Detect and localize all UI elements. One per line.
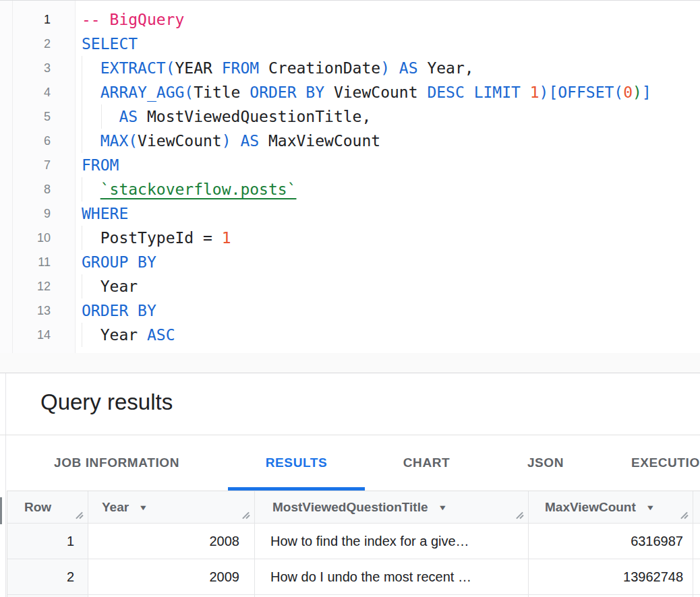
code-text: WHERE [82, 201, 128, 226]
results-header: Query results [0, 373, 700, 435]
header-cell-row[interactable]: Row [7, 491, 88, 524]
tab-results[interactable]: RESULTS [228, 435, 365, 491]
data-cell: How to find the index for a give… [255, 524, 529, 559]
code-text: Year ASC [82, 323, 175, 347]
code-line[interactable]: 13ORDER BY [0, 298, 700, 323]
line-number: 9 [0, 201, 51, 226]
code-text: EXTRACT(YEAR FROM CreationDate) AS Year, [82, 56, 474, 80]
tab-json[interactable]: JSON [488, 435, 603, 491]
code-line[interactable]: 8 `stackoverflow.posts` [0, 177, 700, 201]
line-number: 7 [0, 153, 51, 177]
code-text: PostTypeId = 1 [82, 226, 231, 250]
code-line[interactable]: 14 Year ASC [0, 323, 700, 347]
table-row: 12008How to find the index for a give…63… [7, 524, 700, 559]
data-cell: 2009 [88, 559, 255, 595]
row-number-cell: 2 [7, 559, 88, 595]
header-cell-mostviewedquestiontitle[interactable]: MostViewedQuestionTitle▼ [255, 491, 529, 524]
tab-label: RESULTS [266, 455, 327, 470]
results-tab-bar: JOB INFORMATIONRESULTSCHARTJSONEXECUTION… [5, 435, 700, 491]
code-text: -- BigQuery [82, 7, 184, 32]
row-number-cell: 1 [7, 524, 88, 559]
code-line[interactable]: 6 MAX(ViewCount) AS MaxViewCount [0, 129, 700, 153]
line-number: 2 [0, 32, 51, 56]
code-text: `stackoverflow.posts` [82, 177, 297, 201]
sql-editor[interactable]: 1-- BigQuery2SELECT3 EXTRACT(YEAR FROM C… [0, 0, 700, 353]
query-results-panel: Query results JOB INFORMATIONRESULTSCHAR… [0, 373, 700, 597]
header-cell-maxviewcount[interactable]: MaxViewCount▼ [529, 491, 693, 524]
results-table: RowYear▼MostViewedQuestionTitle▼MaxViewC… [7, 491, 700, 597]
data-cell: 6316987 [529, 524, 693, 559]
data-cell: 13962748 [529, 559, 693, 595]
tab-execution-details[interactable]: EXECUTION DETAILS [603, 435, 700, 491]
code-text: MAX(ViewCount) AS MaxViewCount [82, 129, 380, 153]
column-resize-handle[interactable] [75, 511, 84, 520]
table-body: 12008How to find the index for a give…63… [7, 524, 700, 597]
code-text: SELECT [82, 32, 138, 56]
line-number: 1 [0, 7, 51, 32]
line-number: 12 [0, 274, 51, 298]
code-line[interactable]: 7FROM [0, 153, 700, 177]
code-line[interactable]: 1-- BigQuery [0, 7, 700, 32]
line-number: 10 [0, 226, 51, 250]
code-text: ORDER BY [82, 298, 156, 323]
line-number: 13 [0, 298, 51, 323]
code-line[interactable]: 3 EXTRACT(YEAR FROM CreationDate) AS Yea… [0, 56, 700, 80]
line-number: 4 [0, 80, 51, 104]
code-text: GROUP BY [82, 250, 156, 274]
tab-label: JOB INFORMATION [54, 455, 179, 470]
line-number: 14 [0, 323, 51, 347]
sort-dropdown-icon[interactable]: ▼ [438, 503, 447, 511]
data-cell: How do I undo the most recent … [255, 559, 529, 595]
column-label: Year [102, 500, 129, 515]
sort-dropdown-icon[interactable]: ▼ [645, 503, 655, 511]
line-number: 11 [0, 250, 51, 274]
tab-chart[interactable]: CHART [365, 435, 488, 491]
code-text: Year [82, 274, 138, 298]
line-number: 5 [0, 104, 51, 129]
tab-label: EXECUTION DETAILS [631, 455, 700, 470]
code-line[interactable]: 11GROUP BY [0, 250, 700, 274]
code-line[interactable]: 12 Year [0, 274, 700, 298]
column-label: MostViewedQuestionTitle [272, 500, 428, 515]
results-title: Query results [40, 389, 173, 415]
table-header-row: RowYear▼MostViewedQuestionTitle▼MaxViewC… [7, 491, 700, 524]
tab-label: JSON [527, 455, 564, 470]
code-text: AS MostViewedQuestionTitle, [82, 104, 371, 129]
editor-bottom-strip [0, 353, 700, 373]
line-number: 8 [0, 177, 51, 201]
data-cell [693, 524, 700, 559]
top-border-notch [140, 1, 148, 2]
data-cell: 2008 [88, 524, 255, 559]
code-line[interactable]: 10 PostTypeId = 1 [0, 226, 700, 250]
tab-job-information[interactable]: JOB INFORMATION [5, 435, 228, 491]
code-lines: 1-- BigQuery2SELECT3 EXTRACT(YEAR FROM C… [0, 7, 700, 347]
column-resize-handle[interactable] [680, 511, 689, 520]
bigquery-query-panel: 1-- BigQuery2SELECT3 EXTRACT(YEAR FROM C… [0, 0, 700, 597]
line-number: 6 [0, 129, 51, 153]
code-line[interactable]: 2SELECT [0, 32, 700, 56]
header-cell-stub [693, 491, 700, 524]
column-resize-handle[interactable] [515, 511, 525, 520]
tab-label: CHART [403, 455, 450, 470]
sort-dropdown-icon[interactable]: ▼ [139, 503, 148, 511]
code-line[interactable]: 5 AS MostViewedQuestionTitle, [0, 104, 700, 129]
table-row: 22009How do I undo the most recent …1396… [7, 559, 700, 595]
code-text: FROM [82, 153, 119, 177]
scrollbar-thumb[interactable] [0, 497, 2, 524]
code-line[interactable]: 9WHERE [0, 201, 700, 226]
column-label: Row [24, 500, 51, 515]
header-cell-year[interactable]: Year▼ [88, 491, 255, 524]
line-number: 3 [0, 56, 51, 80]
data-cell [693, 559, 700, 595]
code-line[interactable]: 4 ARRAY_AGG(Title ORDER BY ViewCount DES… [0, 80, 700, 104]
code-text: ARRAY_AGG(Title ORDER BY ViewCount DESC … [82, 80, 651, 104]
column-label: MaxViewCount [545, 500, 636, 515]
column-resize-handle[interactable] [241, 511, 251, 520]
